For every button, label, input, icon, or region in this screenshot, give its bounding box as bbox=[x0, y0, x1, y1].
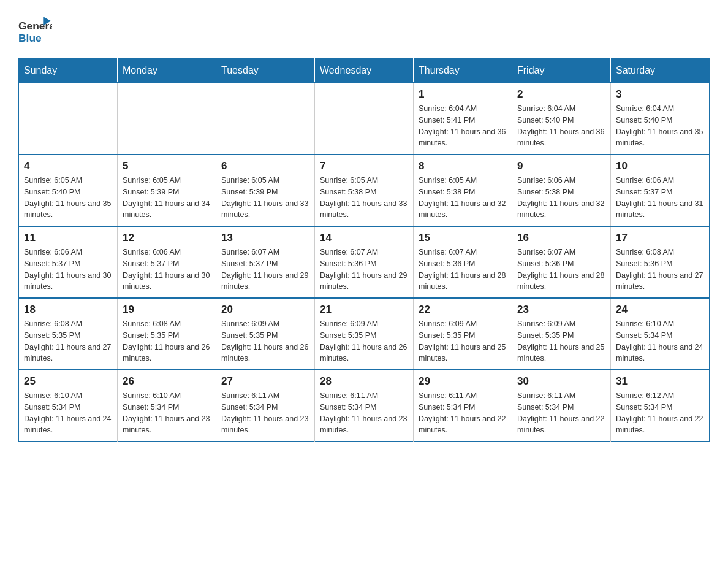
calendar-header-row: SundayMondayTuesdayWednesdayThursdayFrid… bbox=[19, 59, 710, 83]
day-info: Sunrise: 6:06 AMSunset: 5:37 PMDaylight:… bbox=[616, 175, 704, 221]
day-number: 18 bbox=[24, 304, 112, 316]
calendar-day-cell: 25Sunrise: 6:10 AMSunset: 5:34 PMDayligh… bbox=[19, 370, 118, 442]
calendar-week-row: 25Sunrise: 6:10 AMSunset: 5:34 PMDayligh… bbox=[19, 370, 710, 442]
calendar-day-cell: 3Sunrise: 6:04 AMSunset: 5:40 PMDaylight… bbox=[611, 83, 710, 155]
day-info: Sunrise: 6:09 AMSunset: 5:35 PMDaylight:… bbox=[320, 318, 408, 364]
calendar-table: SundayMondayTuesdayWednesdayThursdayFrid… bbox=[18, 58, 710, 442]
calendar-day-cell: 13Sunrise: 6:07 AMSunset: 5:37 PMDayligh… bbox=[216, 226, 315, 298]
calendar-day-header: Monday bbox=[118, 59, 216, 83]
day-info: Sunrise: 6:08 AMSunset: 5:35 PMDaylight:… bbox=[123, 318, 211, 364]
calendar-day-cell: 22Sunrise: 6:09 AMSunset: 5:35 PMDayligh… bbox=[414, 298, 512, 370]
day-info: Sunrise: 6:05 AMSunset: 5:38 PMDaylight:… bbox=[320, 175, 408, 221]
day-info: Sunrise: 6:11 AMSunset: 5:34 PMDaylight:… bbox=[221, 390, 309, 436]
day-info: Sunrise: 6:05 AMSunset: 5:38 PMDaylight:… bbox=[419, 175, 507, 221]
calendar-week-row: 11Sunrise: 6:06 AMSunset: 5:37 PMDayligh… bbox=[19, 226, 710, 298]
calendar-week-row: 4Sunrise: 6:05 AMSunset: 5:40 PMDaylight… bbox=[19, 155, 710, 226]
calendar-week-row: 1Sunrise: 6:04 AMSunset: 5:41 PMDaylight… bbox=[19, 83, 710, 155]
day-number: 19 bbox=[123, 304, 211, 316]
day-info: Sunrise: 6:11 AMSunset: 5:34 PMDaylight:… bbox=[320, 390, 408, 436]
day-number: 11 bbox=[24, 232, 112, 244]
day-info: Sunrise: 6:07 AMSunset: 5:36 PMDaylight:… bbox=[419, 247, 507, 293]
calendar-day-cell: 1Sunrise: 6:04 AMSunset: 5:41 PMDaylight… bbox=[414, 83, 512, 155]
day-info: Sunrise: 6:09 AMSunset: 5:35 PMDaylight:… bbox=[517, 318, 605, 364]
day-number: 3 bbox=[616, 88, 704, 101]
calendar-day-cell: 12Sunrise: 6:06 AMSunset: 5:37 PMDayligh… bbox=[118, 226, 216, 298]
day-number: 26 bbox=[123, 375, 211, 388]
calendar-day-cell: 30Sunrise: 6:11 AMSunset: 5:34 PMDayligh… bbox=[512, 370, 611, 442]
day-info: Sunrise: 6:10 AMSunset: 5:34 PMDaylight:… bbox=[616, 318, 704, 364]
calendar-day-cell bbox=[216, 83, 315, 155]
day-number: 8 bbox=[419, 160, 507, 172]
day-number: 30 bbox=[517, 375, 605, 388]
day-number: 2 bbox=[517, 88, 605, 101]
calendar-day-cell: 15Sunrise: 6:07 AMSunset: 5:36 PMDayligh… bbox=[414, 226, 512, 298]
day-number: 6 bbox=[221, 160, 309, 172]
day-number: 15 bbox=[419, 232, 507, 244]
calendar-day-cell: 18Sunrise: 6:08 AMSunset: 5:35 PMDayligh… bbox=[19, 298, 118, 370]
calendar-day-cell: 26Sunrise: 6:10 AMSunset: 5:34 PMDayligh… bbox=[118, 370, 216, 442]
calendar-day-cell bbox=[118, 83, 216, 155]
calendar-day-header: Wednesday bbox=[315, 59, 414, 83]
calendar-day-cell: 27Sunrise: 6:11 AMSunset: 5:34 PMDayligh… bbox=[216, 370, 315, 442]
day-number: 16 bbox=[517, 232, 605, 244]
day-info: Sunrise: 6:10 AMSunset: 5:34 PMDaylight:… bbox=[123, 390, 211, 436]
calendar-day-header: Friday bbox=[512, 59, 611, 83]
calendar-day-cell: 14Sunrise: 6:07 AMSunset: 5:36 PMDayligh… bbox=[315, 226, 414, 298]
day-number: 27 bbox=[221, 375, 309, 388]
day-number: 25 bbox=[24, 375, 112, 388]
calendar-day-cell: 5Sunrise: 6:05 AMSunset: 5:39 PMDaylight… bbox=[118, 155, 216, 226]
calendar-day-cell bbox=[315, 83, 414, 155]
calendar-day-header: Tuesday bbox=[216, 59, 315, 83]
calendar-day-cell: 23Sunrise: 6:09 AMSunset: 5:35 PMDayligh… bbox=[512, 298, 611, 370]
logo-icon: General Blue bbox=[18, 12, 52, 46]
day-info: Sunrise: 6:04 AMSunset: 5:41 PMDaylight:… bbox=[419, 103, 507, 149]
calendar-day-header: Saturday bbox=[611, 59, 710, 83]
day-info: Sunrise: 6:08 AMSunset: 5:35 PMDaylight:… bbox=[24, 318, 112, 364]
calendar-day-header: Thursday bbox=[414, 59, 512, 83]
day-number: 29 bbox=[419, 375, 507, 388]
day-info: Sunrise: 6:06 AMSunset: 5:37 PMDaylight:… bbox=[24, 247, 112, 293]
day-number: 24 bbox=[616, 304, 704, 316]
page-header: General Blue bbox=[18, 12, 710, 46]
calendar-day-cell: 7Sunrise: 6:05 AMSunset: 5:38 PMDaylight… bbox=[315, 155, 414, 226]
day-info: Sunrise: 6:06 AMSunset: 5:38 PMDaylight:… bbox=[517, 175, 605, 221]
calendar-day-cell: 21Sunrise: 6:09 AMSunset: 5:35 PMDayligh… bbox=[315, 298, 414, 370]
day-info: Sunrise: 6:04 AMSunset: 5:40 PMDaylight:… bbox=[616, 103, 704, 149]
day-info: Sunrise: 6:11 AMSunset: 5:34 PMDaylight:… bbox=[517, 390, 605, 436]
calendar-day-cell bbox=[19, 83, 118, 155]
day-info: Sunrise: 6:10 AMSunset: 5:34 PMDaylight:… bbox=[24, 390, 112, 436]
day-number: 28 bbox=[320, 375, 408, 388]
day-info: Sunrise: 6:07 AMSunset: 5:36 PMDaylight:… bbox=[517, 247, 605, 293]
svg-text:Blue: Blue bbox=[18, 32, 42, 44]
day-number: 17 bbox=[616, 232, 704, 244]
day-info: Sunrise: 6:12 AMSunset: 5:34 PMDaylight:… bbox=[616, 390, 704, 436]
calendar-day-cell: 17Sunrise: 6:08 AMSunset: 5:36 PMDayligh… bbox=[611, 226, 710, 298]
calendar-day-cell: 11Sunrise: 6:06 AMSunset: 5:37 PMDayligh… bbox=[19, 226, 118, 298]
calendar-day-cell: 2Sunrise: 6:04 AMSunset: 5:40 PMDaylight… bbox=[512, 83, 611, 155]
day-info: Sunrise: 6:04 AMSunset: 5:40 PMDaylight:… bbox=[517, 103, 605, 149]
calendar-day-cell: 8Sunrise: 6:05 AMSunset: 5:38 PMDaylight… bbox=[414, 155, 512, 226]
day-number: 12 bbox=[123, 232, 211, 244]
calendar-day-header: Sunday bbox=[19, 59, 118, 83]
logo: General Blue bbox=[18, 12, 52, 46]
day-number: 21 bbox=[320, 304, 408, 316]
day-number: 20 bbox=[221, 304, 309, 316]
calendar-day-cell: 31Sunrise: 6:12 AMSunset: 5:34 PMDayligh… bbox=[611, 370, 710, 442]
calendar-day-cell: 4Sunrise: 6:05 AMSunset: 5:40 PMDaylight… bbox=[19, 155, 118, 226]
day-number: 9 bbox=[517, 160, 605, 172]
day-info: Sunrise: 6:07 AMSunset: 5:36 PMDaylight:… bbox=[320, 247, 408, 293]
calendar-day-cell: 20Sunrise: 6:09 AMSunset: 5:35 PMDayligh… bbox=[216, 298, 315, 370]
day-info: Sunrise: 6:09 AMSunset: 5:35 PMDaylight:… bbox=[221, 318, 309, 364]
day-info: Sunrise: 6:05 AMSunset: 5:40 PMDaylight:… bbox=[24, 175, 112, 221]
day-info: Sunrise: 6:08 AMSunset: 5:36 PMDaylight:… bbox=[616, 247, 704, 293]
day-number: 14 bbox=[320, 232, 408, 244]
calendar-day-cell: 19Sunrise: 6:08 AMSunset: 5:35 PMDayligh… bbox=[118, 298, 216, 370]
day-number: 5 bbox=[123, 160, 211, 172]
calendar-day-cell: 9Sunrise: 6:06 AMSunset: 5:38 PMDaylight… bbox=[512, 155, 611, 226]
day-number: 23 bbox=[517, 304, 605, 316]
calendar-day-cell: 29Sunrise: 6:11 AMSunset: 5:34 PMDayligh… bbox=[414, 370, 512, 442]
day-number: 22 bbox=[419, 304, 507, 316]
day-info: Sunrise: 6:06 AMSunset: 5:37 PMDaylight:… bbox=[123, 247, 211, 293]
day-info: Sunrise: 6:05 AMSunset: 5:39 PMDaylight:… bbox=[221, 175, 309, 221]
day-info: Sunrise: 6:05 AMSunset: 5:39 PMDaylight:… bbox=[123, 175, 211, 221]
